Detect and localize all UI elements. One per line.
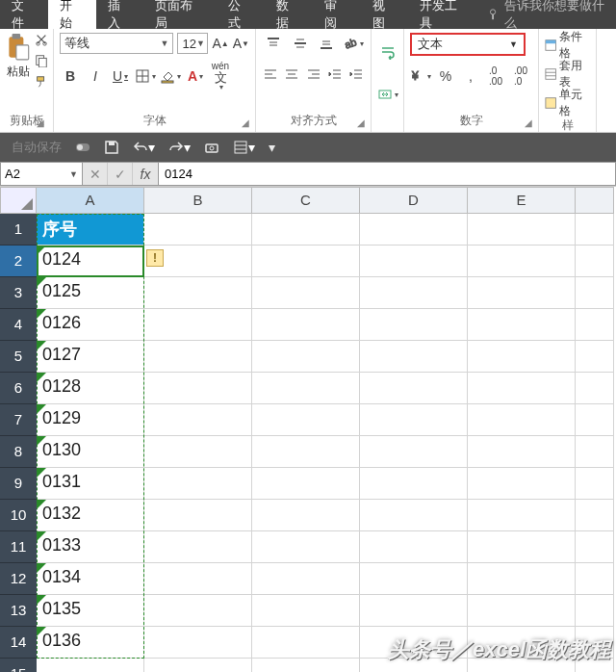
cell-D1[interactable]	[360, 214, 468, 246]
cell-C12[interactable]	[252, 563, 360, 595]
select-all-corner[interactable]	[0, 187, 37, 214]
cell-A6[interactable]: 0128	[37, 373, 144, 404]
cell-D8[interactable]	[360, 436, 468, 468]
row-header-14[interactable]: 14	[0, 627, 37, 659]
cell-B13[interactable]	[144, 595, 252, 627]
fx-enter-icon[interactable]: ✓	[108, 163, 133, 185]
row-header-11[interactable]: 11	[0, 531, 37, 563]
cell-B4[interactable]	[144, 309, 252, 341]
cell-A10[interactable]: 0132	[37, 500, 144, 531]
cell-D9[interactable]	[360, 468, 468, 500]
clipboard-launcher-icon[interactable]: ◢	[37, 117, 44, 128]
cell-F8[interactable]	[576, 436, 614, 468]
cell-B8[interactable]	[144, 436, 252, 468]
redo-icon[interactable]: ▾	[168, 140, 191, 155]
cell-A9[interactable]: 0131	[37, 468, 144, 500]
cell-D7[interactable]	[360, 404, 468, 436]
tab-开发工具[interactable]: 开发工具	[408, 0, 481, 29]
cell-F5[interactable]	[576, 341, 614, 373]
cell-C3[interactable]	[252, 277, 360, 309]
cell-E8[interactable]	[468, 436, 576, 468]
qat-customize-icon[interactable]: ▾	[269, 140, 275, 155]
cell-F3[interactable]	[576, 277, 614, 309]
align-bottom-icon[interactable]	[316, 33, 337, 54]
cell-C10[interactable]	[252, 500, 360, 531]
cell-D11[interactable]	[360, 531, 468, 563]
row-header-3[interactable]: 3	[0, 277, 37, 309]
underline-button[interactable]: U	[110, 65, 131, 87]
cell-C1[interactable]	[252, 214, 360, 246]
cell-C14[interactable]	[252, 627, 360, 659]
grow-font-icon[interactable]: A▲	[212, 33, 228, 54]
cell-A13[interactable]: 0135	[37, 595, 144, 627]
fx-cancel-icon[interactable]: ✕	[83, 163, 108, 185]
cell-C11[interactable]	[252, 531, 360, 563]
cell-C2[interactable]	[252, 246, 360, 277]
cell-F6[interactable]	[576, 373, 614, 404]
error-indicator-icon[interactable]: !	[146, 249, 164, 267]
copy-icon[interactable]	[35, 54, 48, 71]
camera-icon[interactable]	[204, 140, 219, 155]
cell-E3[interactable]	[468, 277, 576, 309]
increase-indent-icon[interactable]	[347, 64, 365, 85]
italic-button[interactable]: I	[85, 65, 106, 87]
align-right-icon[interactable]	[304, 64, 321, 85]
align-middle-icon[interactable]	[290, 33, 311, 54]
formula-input[interactable]: 0124	[159, 162, 616, 186]
worksheet[interactable]: ABCDE 1序号2012430125401265012760128701298…	[0, 187, 616, 672]
cell-D5[interactable]	[360, 341, 468, 373]
tab-页面布局[interactable]: 页面布局	[143, 0, 217, 29]
fill-color-button[interactable]	[160, 65, 181, 87]
row-header-6[interactable]: 6	[0, 373, 37, 404]
row-header-13[interactable]: 13	[0, 595, 37, 627]
cell-E9[interactable]	[468, 468, 576, 500]
cell-A12[interactable]: 0134	[37, 563, 144, 595]
cell-D2[interactable]	[360, 246, 468, 277]
cell-A3[interactable]: 0125	[37, 277, 144, 309]
row-header-9[interactable]: 9	[0, 468, 37, 500]
cell-B6[interactable]	[144, 373, 252, 404]
orientation-icon[interactable]: ab	[343, 33, 364, 54]
undo-icon[interactable]: ▾	[133, 140, 155, 155]
phonetic-button[interactable]: wén文	[210, 65, 231, 87]
tab-数据[interactable]: 数据	[265, 0, 313, 29]
percent-format-icon[interactable]: %	[435, 65, 456, 87]
cell-A11[interactable]: 0133	[37, 531, 144, 563]
autosave-toggle-icon[interactable]	[75, 140, 90, 155]
fx-function-icon[interactable]: fx	[133, 163, 158, 185]
cell-C5[interactable]	[252, 341, 360, 373]
cell-B15[interactable]	[144, 659, 252, 672]
decrease-decimal-icon[interactable]: .00.0	[510, 65, 531, 87]
cell-A1[interactable]: 序号	[37, 214, 144, 246]
cell-A5[interactable]: 0127	[37, 341, 144, 373]
row-header-2[interactable]: 2	[0, 246, 37, 277]
cell-A2[interactable]: 0124	[37, 246, 144, 277]
cell-B14[interactable]	[144, 627, 252, 659]
name-box[interactable]: A2▼	[0, 162, 83, 186]
font-name-combo[interactable]: 等线▼	[60, 33, 173, 54]
cell-F4[interactable]	[576, 309, 614, 341]
cell-A8[interactable]: 0130	[37, 436, 144, 468]
form-icon[interactable]: ▾	[233, 140, 255, 155]
cell-F12[interactable]	[576, 563, 614, 595]
row-header-5[interactable]: 5	[0, 341, 37, 373]
cell-D13[interactable]	[360, 595, 468, 627]
cell-D12[interactable]	[360, 563, 468, 595]
increase-decimal-icon[interactable]: .0.00	[485, 65, 506, 87]
row-header-8[interactable]: 8	[0, 436, 37, 468]
cell-E6[interactable]	[468, 373, 576, 404]
cell-C4[interactable]	[252, 309, 360, 341]
align-launcher-icon[interactable]: ◢	[357, 117, 365, 128]
cell-F2[interactable]	[576, 246, 614, 277]
cell-C7[interactable]	[252, 404, 360, 436]
cell-E4[interactable]	[468, 309, 576, 341]
cell-A15[interactable]	[37, 659, 144, 672]
cell-A4[interactable]: 0126	[37, 309, 144, 341]
cell-E11[interactable]	[468, 531, 576, 563]
row-header-7[interactable]: 7	[0, 404, 37, 436]
cell-D4[interactable]	[360, 309, 468, 341]
cell-B1[interactable]	[144, 214, 252, 246]
cell-E10[interactable]	[468, 500, 576, 531]
tab-公式[interactable]: 公式	[217, 0, 265, 29]
align-left-icon[interactable]	[262, 64, 279, 85]
